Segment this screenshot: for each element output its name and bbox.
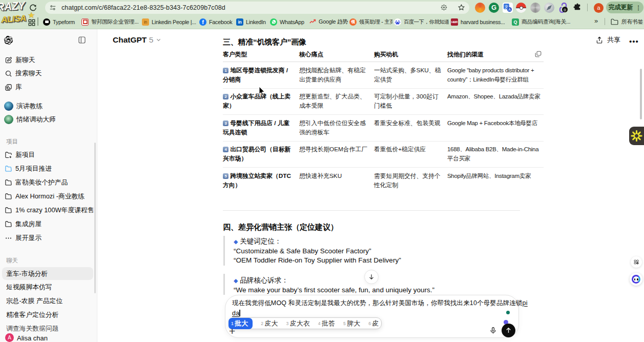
svg-text:A: A	[508, 8, 511, 11]
svg-text:0: 0	[564, 8, 566, 12]
